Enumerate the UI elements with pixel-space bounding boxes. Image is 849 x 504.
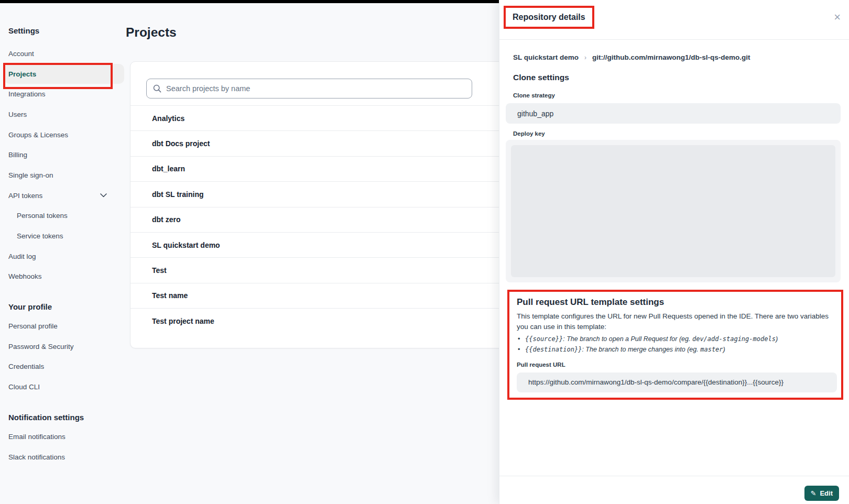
sidebar-heading-settings: Settings bbox=[0, 25, 126, 36]
panel-header: Repository details × bbox=[499, 0, 849, 40]
pull-request-url-label: Pull request URL bbox=[517, 361, 834, 368]
pr-bullet-source: {{source}}: The branch to open a Pull Re… bbox=[517, 334, 834, 344]
close-icon[interactable]: × bbox=[834, 12, 841, 23]
sidebar-item-password-security[interactable]: Password & Security bbox=[0, 336, 126, 357]
annotation-box-repository-details: Repository details bbox=[504, 6, 594, 29]
sidebar-item-service-tokens[interactable]: Service tokens bbox=[0, 226, 126, 246]
sidebar-item-personal-profile[interactable]: Personal profile bbox=[0, 316, 126, 336]
pr-template-bullets: {{source}}: The branch to open a Pull Re… bbox=[517, 334, 834, 355]
sidebar-item-integrations[interactable]: Integrations bbox=[0, 84, 126, 104]
page-title: Projects bbox=[126, 25, 177, 40]
sidebar-heading-your-profile: Your profile bbox=[0, 301, 126, 312]
search-input[interactable] bbox=[166, 84, 465, 93]
sidebar-item-cloud-cli[interactable]: Cloud CLI bbox=[0, 377, 126, 397]
sidebar-heading-notification-settings: Notification settings bbox=[0, 412, 126, 422]
pull-request-url-field: https://github.com/mirnawong1/db-sl-qs-d… bbox=[517, 372, 837, 392]
search-icon bbox=[153, 84, 161, 93]
pr-bullet-destination: {{destination}}: The branch to merge cha… bbox=[517, 345, 834, 355]
deploy-key-label: Deploy key bbox=[513, 130, 545, 137]
sidebar-item-single-sign-on[interactable]: Single sign-on bbox=[0, 165, 126, 185]
deploy-key-field bbox=[506, 140, 841, 282]
search-box bbox=[146, 79, 472, 98]
panel-title: Repository details bbox=[513, 13, 585, 22]
sidebar-item-personal-tokens[interactable]: Personal tokens bbox=[0, 206, 126, 226]
breadcrumb: SL quickstart demo › git://github.com/mi… bbox=[513, 53, 750, 61]
panel-footer: ✎ Edit bbox=[499, 476, 849, 504]
breadcrumb-project[interactable]: SL quickstart demo bbox=[513, 53, 579, 61]
settings-sidebar: Settings Account Projects Integrations U… bbox=[0, 0, 126, 504]
sidebar-item-email-notifications[interactable]: Email notifications bbox=[0, 426, 126, 447]
edit-button-label: Edit bbox=[820, 489, 833, 497]
sidebar-item-credentials[interactable]: Credentials bbox=[0, 357, 126, 377]
breadcrumb-separator-icon: › bbox=[584, 54, 586, 61]
deploy-key-value-redacted bbox=[511, 145, 835, 277]
breadcrumb-repo-url: git://github.com/mirnawong1/db-sl-qs-dem… bbox=[592, 53, 750, 61]
sidebar-item-projects[interactable]: Projects bbox=[4, 64, 124, 84]
sidebar-item-slack-notifications[interactable]: Slack notifications bbox=[0, 447, 126, 467]
clone-strategy-label: Clone strategy bbox=[513, 92, 555, 98]
sidebar-item-account[interactable]: Account bbox=[0, 43, 126, 64]
edit-button[interactable]: ✎ Edit bbox=[804, 486, 839, 501]
chevron-down-icon[interactable] bbox=[100, 193, 107, 198]
sidebar-item-webhooks[interactable]: Webhooks bbox=[0, 267, 126, 287]
pull-request-template-section: Pull request URL template settings This … bbox=[507, 290, 843, 400]
pencil-icon: ✎ bbox=[811, 489, 817, 497]
sidebar-item-api-tokens[interactable]: API tokens bbox=[0, 185, 126, 206]
sidebar-item-groups-licenses[interactable]: Groups & Licenses bbox=[0, 125, 126, 145]
sidebar-item-users[interactable]: Users bbox=[0, 104, 126, 125]
repository-details-panel: Repository details × SL quickstart demo … bbox=[499, 0, 849, 504]
sidebar-item-audit-log[interactable]: Audit log bbox=[0, 246, 126, 267]
clone-settings-heading: Clone settings bbox=[513, 73, 569, 82]
clone-strategy-field: github_app bbox=[506, 103, 841, 124]
pr-template-description: This template configures the URL for new… bbox=[517, 311, 834, 332]
sidebar-item-billing[interactable]: Billing bbox=[0, 145, 126, 165]
pr-template-heading: Pull request URL template settings bbox=[517, 297, 834, 308]
